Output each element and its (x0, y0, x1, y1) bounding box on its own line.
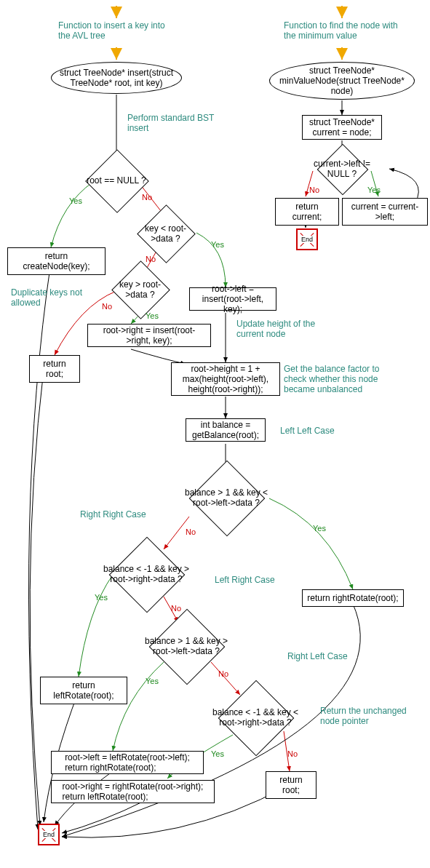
cond-rr: balance < -1 && key > root->right->data … (120, 548, 172, 600)
comment-balance: Get the balance factor to check whether … (284, 364, 400, 394)
comment-update-h: Update height of the current node (236, 319, 324, 339)
comment-lr: Left Right Case (215, 575, 275, 585)
func-minvalue-text: struct TreeNode* minValueNode(struct Tre… (277, 65, 407, 96)
balance-assign: int balance = getBalance(root); (186, 418, 266, 442)
comment-minvalue-fn: Function to find the node with the minim… (284, 20, 407, 41)
label-no: No (146, 255, 156, 263)
comment-rr: Right Right Case (80, 509, 146, 519)
label-no: No (287, 749, 298, 758)
comment-dup: Duplicate keys not allowed (11, 287, 84, 308)
func-insert: struct TreeNode* insert(struct TreeNode*… (51, 62, 182, 94)
return-rightrotate: return rightRotate(root); (302, 589, 404, 607)
comment-unchanged: Return the unchanged node pointer (320, 706, 422, 726)
cond-root-null: root == NULL ? (95, 159, 138, 202)
assign-current-left: current = current->left; (342, 198, 428, 226)
label-yes: Yes (95, 593, 108, 602)
return-leftrotate: return leftRotate(root); (40, 677, 127, 704)
return-current: return current; (275, 198, 339, 226)
end-left: End (38, 824, 60, 845)
assign-right: root->right = insert(root->right, key); (87, 324, 211, 347)
label-yes: Yes (146, 311, 159, 320)
return-root-1: return root; (29, 355, 80, 383)
comment-ll: Left Left Case (280, 426, 335, 436)
label-yes: Yes (211, 240, 224, 249)
label-no: No (186, 527, 196, 536)
assign-left: root->left = insert(root->left, key); (189, 287, 276, 311)
label-yes: Yes (211, 749, 224, 758)
return-createnode: return createNode(key); (7, 247, 105, 275)
end-right: End (296, 228, 318, 250)
cond-ll: balance > 1 && key < root->left->data ? (200, 471, 252, 524)
cond-key-lt: key < root->data ? (146, 213, 186, 253)
func-minvalue: struct TreeNode* minValueNode(struct Tre… (269, 62, 415, 100)
label-no: No (142, 193, 152, 202)
label-yes: Yes (69, 196, 82, 205)
label-no: No (171, 604, 181, 613)
rl-block: root->right = rightRotate(root->right); … (51, 780, 215, 803)
cond-current-left: current->left != NULL ? (325, 151, 359, 186)
cond-rl: balance < -1 && key < root->right->data … (229, 691, 282, 744)
label-yes: Yes (367, 186, 381, 194)
comment-rl: Right Left Case (287, 651, 348, 661)
comment-bst: Perform standard BST insert (127, 113, 215, 133)
label-yes: Yes (146, 677, 159, 685)
return-root-2: return root; (266, 771, 316, 799)
label-yes: Yes (313, 524, 326, 533)
label-no: No (218, 669, 228, 678)
func-insert-text: struct TreeNode* insert(struct TreeNode*… (59, 68, 174, 88)
label-no: No (309, 186, 319, 194)
assign-current: struct TreeNode* current = node; (302, 115, 382, 140)
label-no: No (102, 302, 112, 311)
cond-lr: balance > 1 && key > root->left->data ? (160, 620, 212, 672)
lr-block: root->left = leftRotate(root->left); ret… (51, 751, 204, 774)
cond-key-gt: key > root->data ? (120, 269, 160, 309)
update-height: root->height = 1 + max(height(root->left… (171, 362, 280, 396)
comment-insert-fn: Function to insert a key into the AVL tr… (58, 20, 175, 41)
